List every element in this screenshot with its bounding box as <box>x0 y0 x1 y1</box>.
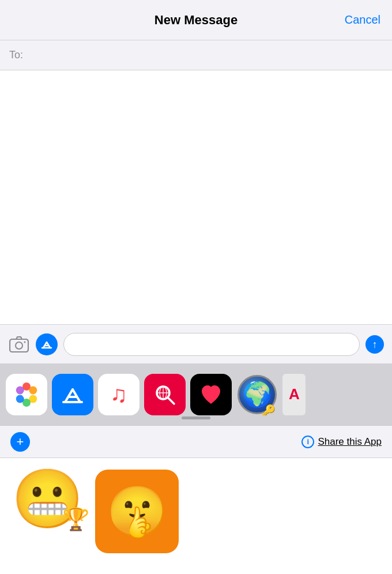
tray-app-photos[interactable] <box>6 374 47 415</box>
cancel-button[interactable]: Cancel <box>345 13 380 27</box>
svg-point-9 <box>22 391 31 399</box>
emoji-trophy: 🏆 <box>62 507 89 532</box>
message-input[interactable] <box>72 339 351 350</box>
share-app-label[interactable]: Share this App <box>318 436 382 448</box>
tray-app-search[interactable] <box>144 374 186 415</box>
send-arrow-icon: ↑ <box>372 339 378 350</box>
emoji-trophy-sticker: 😬 🏆 <box>12 470 84 527</box>
tray-app-globe[interactable]: 🌍 🔑 <box>236 374 278 415</box>
app-tray: ♫ 🌍 🔑 A <box>0 363 392 426</box>
tray-app-music[interactable]: ♫ <box>98 374 140 415</box>
emoji-area: 😬 🏆 🤫 <box>0 458 392 568</box>
scroll-indicator <box>182 417 210 419</box>
input-bar: ↑ <box>0 324 392 363</box>
to-input[interactable] <box>28 49 383 61</box>
action-bar: + i Share this App <box>0 426 392 458</box>
emoji-sticker-box: 🤫 <box>95 470 179 553</box>
tray-app-appstore[interactable] <box>52 374 93 415</box>
svg-point-1 <box>16 342 22 349</box>
tray-app-ad[interactable]: A <box>282 374 306 415</box>
info-icon-label: i <box>307 437 310 446</box>
to-field-row: To: <box>0 40 392 70</box>
page-title: New Message <box>154 13 238 28</box>
plus-icon: + <box>17 434 24 449</box>
emoji-sweat-silent: 🤫 <box>107 483 168 541</box>
info-button[interactable]: i <box>301 436 314 448</box>
svg-line-11 <box>168 397 174 404</box>
header: New Message Cancel <box>0 0 392 40</box>
add-button[interactable]: + <box>10 432 30 452</box>
camera-button[interactable] <box>8 333 30 355</box>
tray-app-heart[interactable] <box>190 374 232 415</box>
message-input-wrap <box>63 333 360 356</box>
to-label: To: <box>9 49 23 61</box>
message-body[interactable] <box>0 70 392 324</box>
svg-rect-0 <box>10 339 28 352</box>
send-button[interactable]: ↑ <box>365 335 384 354</box>
share-row: i Share this App <box>301 436 382 448</box>
svg-point-2 <box>24 341 26 343</box>
appstore-quick-button[interactable] <box>36 333 58 355</box>
